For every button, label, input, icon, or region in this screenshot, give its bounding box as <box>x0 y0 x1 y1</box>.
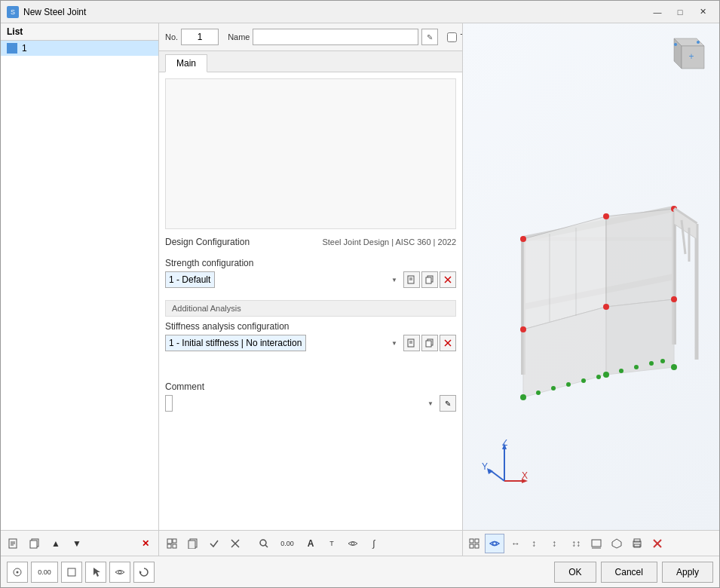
view-iso-button[interactable]: ↕↕ <box>566 534 586 553</box>
new-small-icon <box>407 275 416 284</box>
delete-item-button[interactable]: ✕ <box>136 534 155 553</box>
cancel-button[interactable]: Cancel <box>601 562 657 583</box>
check-button[interactable] <box>204 534 224 553</box>
comment-edit-button[interactable]: ✎ <box>440 395 456 412</box>
bottom-tool-5[interactable] <box>109 562 130 583</box>
bottom-tool-4[interactable] <box>85 562 106 583</box>
view-close-button[interactable] <box>648 534 667 553</box>
svg-marker-77 <box>487 468 493 474</box>
bottom-tool-1[interactable] <box>7 562 28 583</box>
svg-point-58 <box>551 386 556 390</box>
add-view-button[interactable] <box>162 534 182 553</box>
x-button[interactable] <box>225 534 245 553</box>
eye-button[interactable] <box>343 534 363 553</box>
svg-line-31 <box>265 545 268 547</box>
additional-analysis-section: Additional Analysis Stiffness analysis c… <box>165 300 456 351</box>
new-icon <box>8 538 19 549</box>
view-x-button[interactable]: ↔ <box>505 534 525 553</box>
comment-label: Comment <box>165 381 456 392</box>
list-header: List <box>1 23 158 41</box>
cursor-tool-button[interactable]: T <box>322 534 342 553</box>
svg-text:↕: ↕ <box>552 538 556 549</box>
stiffness-new-button[interactable] <box>403 335 420 351</box>
new-item-button[interactable] <box>4 534 23 553</box>
eye2-icon <box>115 567 125 577</box>
strength-delete-button[interactable] <box>440 271 456 288</box>
svg-point-57 <box>536 390 541 395</box>
svg-point-64 <box>634 365 639 369</box>
window-controls: — □ ✕ <box>647 5 713 20</box>
svg-marker-70 <box>674 209 697 239</box>
no-input[interactable] <box>181 29 219 45</box>
stiffness-delete-button[interactable] <box>440 335 456 351</box>
stiffness-config-row: 1 - Initial stiffness | No interaction <box>165 335 456 351</box>
search-button[interactable] <box>254 534 274 553</box>
svg-point-66 <box>660 359 665 363</box>
main-window: S New Steel Joint — □ ✕ List 1 <box>0 0 720 588</box>
add-view-icon <box>167 538 177 549</box>
snap-icon <box>12 567 23 577</box>
view-model-button[interactable] <box>607 534 627 553</box>
bottom-tool-2[interactable]: 0.00 <box>31 562 58 583</box>
stiffness-copy-icon <box>425 338 434 348</box>
name-input[interactable] <box>253 29 418 45</box>
stiffness-copy-button[interactable] <box>421 335 438 351</box>
comment-select[interactable] <box>165 395 173 412</box>
svg-point-30 <box>260 540 266 546</box>
bottom-tool-6[interactable] <box>133 562 155 583</box>
view-display-button[interactable] <box>587 534 606 553</box>
svg-rect-85 <box>475 544 479 548</box>
name-edit-button[interactable]: ✎ <box>421 29 438 45</box>
comment-select-wrapper <box>165 395 437 412</box>
list-item[interactable]: 1 <box>1 41 158 56</box>
apply-button[interactable]: Apply <box>662 562 713 583</box>
tab-main[interactable]: Main <box>165 54 207 72</box>
name-label: Name <box>228 32 250 41</box>
stiffness-config-select[interactable]: 1 - Initial stiffness | No interaction <box>165 335 306 351</box>
design-config-section: Design Configuration Steel Joint Design … <box>165 235 456 249</box>
integral-button[interactable]: ∫ <box>364 534 384 553</box>
name-field-group: Name ✎ <box>228 29 438 45</box>
svg-point-61 <box>596 375 601 379</box>
svg-point-62 <box>603 372 609 378</box>
view-y-button[interactable]: ↕ <box>525 534 545 553</box>
close-button[interactable]: ✕ <box>692 5 713 20</box>
ok-button[interactable]: OK <box>554 562 596 583</box>
left-panel: List 1 <box>1 23 159 556</box>
copy-item-button[interactable] <box>25 534 44 553</box>
svg-rect-24 <box>167 544 171 548</box>
no-field-group: No. <box>165 29 219 45</box>
svg-point-103 <box>118 571 121 574</box>
bottom-left-tools: 0.00 <box>7 562 155 583</box>
svg-point-53 <box>520 326 526 332</box>
delete-small-icon <box>443 275 452 284</box>
strength-new-button[interactable] <box>403 271 420 288</box>
select-icon <box>90 567 101 577</box>
number-button[interactable]: 0.00 <box>275 534 299 553</box>
text-button[interactable]: A <box>301 534 320 553</box>
strength-config-title: Strength configuration <box>165 258 456 268</box>
view-x-close-icon <box>652 538 663 549</box>
view-eye-button[interactable] <box>485 534 504 553</box>
view-print-button[interactable] <box>627 534 647 553</box>
to-design-checkbox[interactable] <box>447 32 457 42</box>
minimize-button[interactable]: — <box>647 5 668 20</box>
bottom-tool-3[interactable] <box>61 562 82 583</box>
top-fields-bar: No. Name ✎ To Design Assigned to Nodes N… <box>159 23 462 51</box>
move-down-button[interactable]: ▼ <box>67 534 87 553</box>
dialog-buttons: OK Cancel Apply <box>554 562 713 583</box>
view-grid-button[interactable] <box>464 534 484 553</box>
move-up-button[interactable]: ▲ <box>46 534 66 553</box>
copy-view-button[interactable] <box>183 534 203 553</box>
view-z-button[interactable]: ↕ <box>546 534 565 553</box>
svg-text:X: X <box>522 470 528 481</box>
list-item-icon <box>7 43 17 54</box>
svg-point-67 <box>671 364 677 370</box>
title-bar: S New Steel Joint — □ ✕ <box>1 1 719 23</box>
strength-copy-button[interactable] <box>421 271 438 288</box>
strength-config-select[interactable]: 1 - Default <box>165 271 215 288</box>
view-z-icon: ↕ <box>550 538 561 549</box>
maximize-button[interactable]: □ <box>669 5 691 20</box>
svg-rect-5 <box>30 541 37 548</box>
x-icon <box>230 538 241 549</box>
